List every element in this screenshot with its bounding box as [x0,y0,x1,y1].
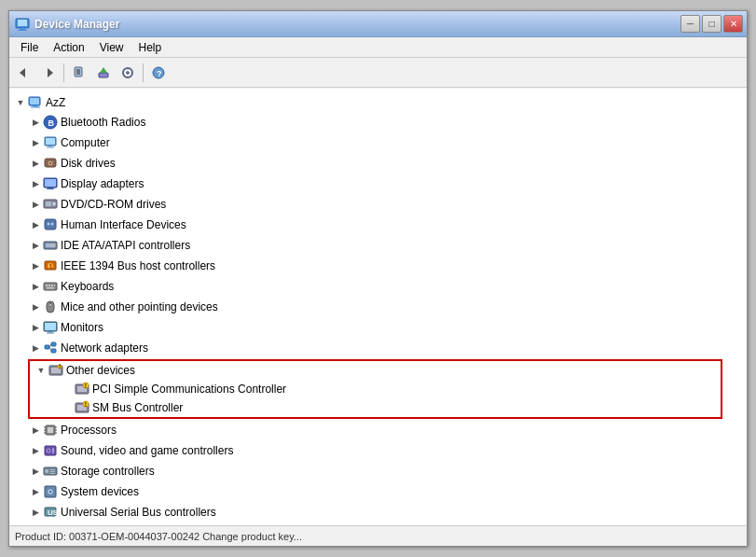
smbus-warning-icon: ! [75,400,89,415]
expand-bluetooth[interactable]: ▶ [28,115,43,130]
usb-row[interactable]: ▶ USB Universal Serial Bus controllers [28,503,747,522]
system-icon [43,484,58,499]
disk-row[interactable]: ▶ Disk drives [28,154,747,173]
svg-text:?: ? [157,69,162,78]
close-button[interactable]: ✕ [723,15,743,33]
svg-rect-60 [51,342,56,346]
computer-row[interactable]: ▶ Computer [28,133,747,152]
bluetooth-icon: B [43,115,58,130]
pci-row[interactable]: ! PCI Simple Communications Controller [30,380,721,398]
storage-label: Storage controllers [61,465,155,478]
tree-content[interactable]: ▼ AzZ ▶ [9,89,747,525]
minimize-button[interactable]: ─ [680,15,700,33]
pci-label: PCI Simple Communications Controller [92,383,286,396]
dvd-row[interactable]: ▶ DVD/CD-ROM drives [28,195,747,214]
keyboard-row[interactable]: ▶ Keyboa [28,277,747,296]
svg-rect-87 [52,448,54,453]
expand-ieee[interactable]: ▶ [28,258,43,273]
svg-rect-90 [50,469,55,470]
smbus-row[interactable]: ! SM Bus Controller [30,398,721,417]
other-devices-row[interactable]: ▼ ! Other devices [30,361,721,380]
expand-dvd[interactable]: ▶ [28,197,43,212]
expand-monitors[interactable]: ▶ [28,320,43,335]
hid-label: Human Interface Devices [61,218,186,231]
usb-label: Universal Serial Bus controllers [61,506,216,519]
svg-point-42 [54,244,56,246]
monitors-row[interactable]: ▶ Monitors [28,318,747,337]
svg-rect-3 [18,30,27,31]
expand-display[interactable]: ▶ [28,176,43,191]
svg-rect-49 [51,285,53,286]
processors-icon [43,423,58,438]
expand-system[interactable]: ▶ [28,484,43,499]
svg-rect-35 [46,202,51,206]
tree-root-label: AzZ [46,96,65,109]
svg-rect-59 [45,345,49,349]
expand-keyboard[interactable]: ▶ [28,279,43,294]
sound-label: Sound, video and game controllers [61,444,233,457]
expand-computer[interactable]: ▶ [28,135,43,150]
window-title: Device Manager [34,18,119,31]
expand-storage[interactable]: ▶ [28,464,43,479]
maximize-button[interactable]: □ [702,15,722,33]
expand-sound[interactable]: ▶ [28,443,43,458]
menu-help[interactable]: Help [131,39,170,56]
expand-processors[interactable]: ▶ [28,423,43,438]
help-button[interactable]: ? [147,62,170,84]
ieee-icon: 1 [43,258,58,273]
list-item: ▶ B Bluetooth Radios [9,112,747,132]
title-bar-left: Device Manager [15,17,119,32]
expand-network[interactable]: ▶ [28,341,43,355]
list-item: ▶ 1 IEEE 1394 Bus host controllers [9,256,747,276]
list-item: ▶ Mice and other pointing devices [9,297,747,317]
svg-rect-37 [45,219,56,230]
update-driver-button[interactable] [92,62,115,84]
scan-button[interactable] [117,62,139,84]
menu-view[interactable]: View [92,39,131,56]
display-row[interactable]: ▶ Display adapters [28,174,747,193]
mouse-label: Mice and other pointing devices [61,300,218,313]
properties-button[interactable] [68,62,90,84]
mouse-row[interactable]: ▶ Mice and other pointing devices [28,298,747,316]
expand-ide[interactable]: ▶ [28,238,43,253]
system-row[interactable]: ▶ System devices [28,482,747,501]
svg-text:B: B [48,118,55,128]
display-label: Display adapters [61,177,144,190]
tree-root-row[interactable]: ▼ AzZ [9,93,747,112]
expand-mouse[interactable]: ▶ [28,299,43,314]
svg-rect-50 [54,285,55,286]
ieee-row[interactable]: ▶ 1 IEEE 1394 Bus host controllers [28,257,747,275]
svg-rect-32 [48,188,53,188]
network-row[interactable]: ▶ Network adapters [28,339,747,357]
smbus-label: SM Bus Controller [92,401,183,414]
storage-row[interactable]: ▶ Storage controllers [28,462,747,480]
computer-device-icon [43,135,58,150]
sound-row[interactable]: ▶ Sound, video and game controllers [28,441,747,460]
title-buttons: ─ □ ✕ [680,15,743,33]
ieee-label: IEEE 1394 Bus host controllers [61,259,215,272]
other-devices-icon: ! [48,363,63,378]
list-item: ▶ Keyboa [9,276,747,297]
computer-label: Computer [61,136,110,149]
bluetooth-row[interactable]: ▶ B Bluetooth Radios [28,113,747,132]
processors-row[interactable]: ▶ [28,421,747,439]
keyboard-label: Keyboards [61,280,114,293]
menu-action[interactable]: Action [46,39,91,56]
disk-label: Disk drives [61,157,116,170]
dvd-icon [43,197,58,212]
expand-disk[interactable]: ▶ [28,156,43,171]
ide-row[interactable]: ▶ IDE ATA/ATAPI controllers [28,236,747,255]
list-item: ▶ Storage controllers [9,461,747,481]
expand-other[interactable]: ▼ [34,363,48,378]
expand-root[interactable]: ▼ [13,95,28,110]
svg-rect-58 [47,333,54,334]
back-button[interactable] [13,62,35,84]
svg-text:!: ! [59,363,61,369]
expand-usb[interactable]: ▶ [28,505,43,520]
expand-hid[interactable]: ▶ [28,217,43,232]
menu-file[interactable]: File [13,39,46,56]
hid-row[interactable]: ▶ Human Interface Devices [28,216,747,234]
forward-button[interactable] [37,62,60,84]
bluetooth-label: Bluetooth Radios [61,116,145,129]
keyboard-icon [43,279,58,294]
